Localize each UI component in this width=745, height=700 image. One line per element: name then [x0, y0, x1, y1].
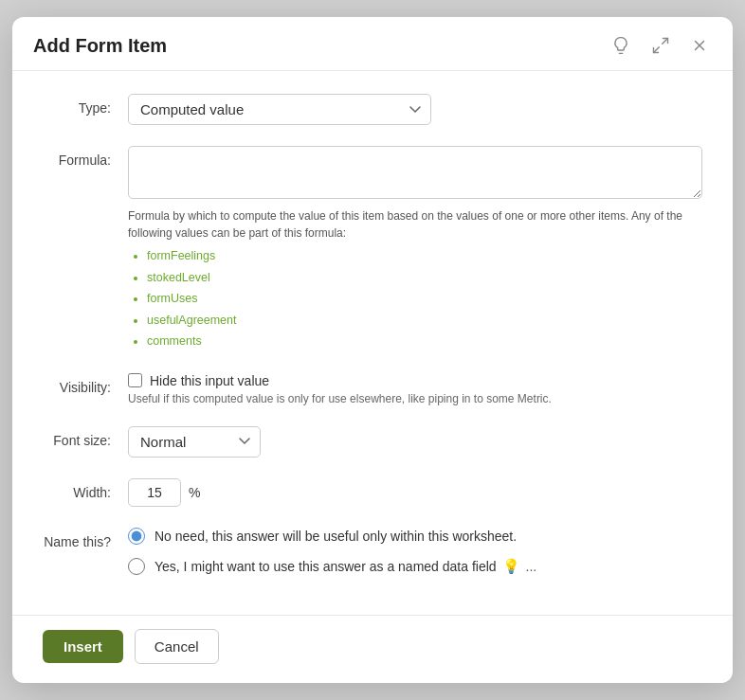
formula-hint: Formula by which to compute the value of… — [128, 207, 702, 242]
lightbulb-icon — [611, 36, 630, 55]
visibility-row: Visibility: Hide this input value Useful… — [43, 373, 702, 405]
font-size-row: Font size: Normal Small Large X-Large — [43, 426, 702, 458]
dialog-header: Add Form Item — [12, 17, 733, 71]
dialog-body: Type: Computed value Text Number Date Se… — [12, 71, 733, 615]
dialog-title: Add Form Item — [33, 35, 167, 57]
width-input[interactable]: 15 — [128, 478, 181, 507]
formula-var-3: formUses — [147, 288, 702, 310]
width-row: Width: 15 % — [43, 478, 702, 507]
expand-icon — [651, 36, 670, 55]
radio-ellipsis: ... — [526, 559, 537, 574]
type-control: Computed value Text Number Date Select — [128, 94, 702, 125]
percent-label: % — [189, 485, 200, 500]
hint-icon-button[interactable] — [608, 34, 634, 57]
expand-button[interactable] — [647, 34, 674, 57]
formula-label: Formula: — [43, 146, 128, 168]
cancel-button[interactable]: Cancel — [135, 629, 219, 664]
hide-checkbox-label[interactable]: Hide this input value — [128, 373, 269, 388]
width-control: 15 % — [128, 478, 702, 507]
formula-row: Formula: Formula by which to compute the… — [43, 146, 702, 352]
font-size-control: Normal Small Large X-Large — [128, 426, 702, 458]
formula-vars-list: formFeelings stokedLevel formUses useful… — [128, 245, 702, 352]
radio-1[interactable] — [128, 528, 145, 545]
font-size-select[interactable]: Normal Small Large X-Large — [128, 426, 261, 458]
svg-line-1 — [654, 47, 660, 53]
close-icon — [691, 37, 708, 54]
name-this-control: No need, this answer will be useful only… — [128, 528, 702, 575]
formula-var-link-3[interactable]: formUses — [147, 292, 197, 305]
type-label: Type: — [43, 94, 128, 116]
radio-text-2: Yes, I might want to use this answer as … — [154, 559, 497, 574]
radio-label-2[interactable]: Yes, I might want to use this answer as … — [128, 558, 702, 575]
radio-2[interactable] — [128, 558, 145, 575]
formula-var-link-1[interactable]: formFeelings — [147, 249, 215, 262]
formula-var-link-4[interactable]: usefulAgreement — [147, 314, 237, 327]
name-this-row: Name this? No need, this answer will be … — [43, 528, 702, 575]
insert-button[interactable]: Insert — [43, 630, 123, 663]
add-form-item-dialog: Add Form Item — [12, 17, 733, 683]
name-this-label: Name this? — [43, 528, 128, 549]
formula-var-link-2[interactable]: stokedLevel — [147, 271, 210, 284]
svg-line-0 — [663, 39, 668, 45]
type-select[interactable]: Computed value Text Number Date Select — [128, 94, 431, 125]
formula-textarea[interactable] — [128, 146, 702, 199]
formula-var-link-5[interactable]: comments — [147, 334, 202, 348]
hide-checkbox[interactable] — [128, 373, 142, 387]
formula-var-5: comments — [147, 331, 702, 352]
radio-text-wrap-2: Yes, I might want to use this answer as … — [154, 558, 536, 575]
close-button[interactable] — [687, 35, 712, 56]
dialog-footer: Insert Cancel — [12, 615, 733, 683]
radio-text-1: No need, this answer will be useful only… — [154, 529, 517, 544]
formula-control: Formula by which to compute the value of… — [128, 146, 702, 352]
formula-var-4: usefulAgreement — [147, 310, 702, 332]
hide-checkbox-text: Hide this input value — [150, 373, 269, 388]
visibility-control: Hide this input value Useful if this com… — [128, 373, 702, 405]
width-input-wrap: 15 % — [128, 478, 702, 507]
width-label: Width: — [43, 478, 128, 500]
radio-lightbulb-icon: 💡 — [502, 558, 520, 575]
formula-var-1: formFeelings — [147, 245, 702, 267]
header-actions — [608, 34, 712, 57]
type-row: Type: Computed value Text Number Date Se… — [43, 94, 702, 125]
radio-label-1[interactable]: No need, this answer will be useful only… — [128, 528, 702, 545]
visibility-hint: Useful if this computed value is only fo… — [128, 392, 552, 405]
formula-var-2: stokedLevel — [147, 267, 702, 289]
font-size-label: Font size: — [43, 426, 128, 448]
visibility-label: Visibility: — [43, 373, 128, 395]
name-this-radio-group: No need, this answer will be useful only… — [128, 528, 702, 575]
